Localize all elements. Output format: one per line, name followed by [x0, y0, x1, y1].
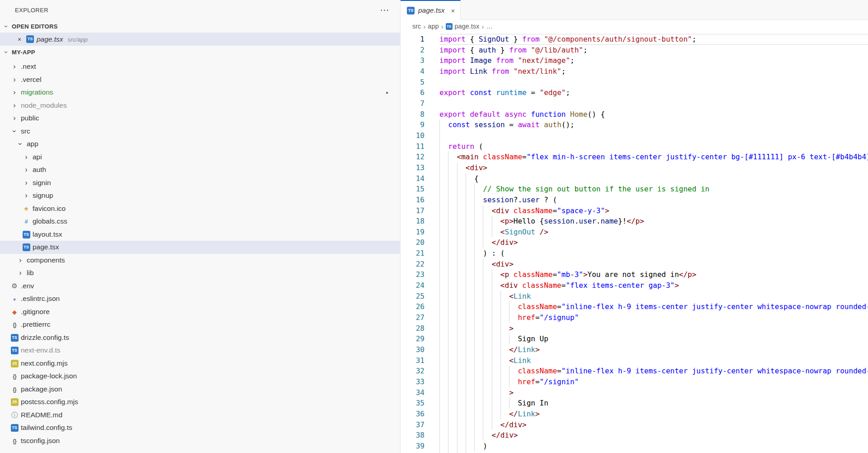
code-line[interactable]: ) : (: [439, 248, 868, 259]
tree-file-drizzle.config.ts[interactable]: TSdrizzle.config.ts: [0, 331, 400, 344]
line-number[interactable]: 32: [401, 366, 425, 377]
tree-folder-api[interactable]: ›api: [0, 151, 400, 164]
code-line[interactable]: <div className="space-y-3">: [439, 205, 868, 216]
line-number[interactable]: 7: [401, 98, 425, 109]
more-actions-icon[interactable]: ⋯: [380, 5, 389, 14]
tree-folder-signin[interactable]: ›signin: [0, 176, 400, 190]
code-line[interactable]: export const runtime = "edge";: [439, 87, 868, 98]
tree-file-layout.tsx[interactable]: TSlayout.tsx: [0, 228, 400, 241]
code-line[interactable]: </div>: [439, 420, 868, 430]
tree-file-.prettierrc[interactable]: {}.prettierrc: [0, 318, 400, 331]
code-line[interactable]: session?.user ? (: [439, 195, 868, 205]
code-line[interactable]: </div>: [439, 237, 868, 248]
tree-file-globals.css[interactable]: #globals.css: [0, 215, 400, 228]
tab-close-icon[interactable]: ×: [451, 7, 455, 14]
line-number[interactable]: 37: [401, 420, 425, 430]
breadcrumb-item-src[interactable]: src: [412, 23, 421, 30]
code-line[interactable]: <div>: [439, 162, 868, 173]
code-line[interactable]: {: [439, 173, 868, 184]
workspace-section-header[interactable]: › MY-APP: [0, 46, 400, 58]
breadcrumb-item-app[interactable]: app: [428, 23, 439, 30]
line-number[interactable]: 21: [401, 248, 425, 259]
line-number[interactable]: 25: [401, 291, 425, 302]
tree-folder-components[interactable]: ›components: [0, 254, 400, 267]
tree-folder-migrations[interactable]: ›migrations●: [0, 86, 400, 99]
code-line[interactable]: [439, 130, 868, 141]
code-line[interactable]: <Link: [439, 291, 868, 302]
code-line[interactable]: <p className="mb-3">You are not signed i…: [439, 269, 868, 280]
line-number[interactable]: 23: [401, 269, 425, 280]
tree-folder-src[interactable]: ›src: [0, 125, 400, 138]
line-number[interactable]: 2: [401, 45, 425, 56]
open-editors-section-header[interactable]: › OPEN EDITORS: [0, 20, 400, 33]
code-line[interactable]: [439, 98, 868, 109]
line-number[interactable]: 39: [401, 441, 425, 452]
line-number[interactable]: 33: [401, 377, 425, 387]
tree-folder-.vercel[interactable]: ›.vercel: [0, 73, 400, 86]
tree-folder-signup[interactable]: ›signup: [0, 189, 400, 202]
tree-folder-.next[interactable]: ›.next: [0, 60, 400, 73]
code-line[interactable]: import { auth } from "@/lib/auth";: [439, 45, 868, 56]
tree-file-tsconfig.json[interactable]: {}tsconfig.json: [0, 434, 400, 448]
line-number[interactable]: 19: [401, 227, 425, 238]
tree-file-next-env.d.ts[interactable]: TSnext-env.d.ts: [0, 344, 400, 357]
line-number[interactable]: 10: [401, 130, 425, 141]
line-number[interactable]: 9: [401, 119, 425, 130]
line-number[interactable]: 18: [401, 216, 425, 227]
code-line[interactable]: ): [439, 441, 868, 452]
code-line[interactable]: Sign In: [439, 398, 868, 409]
code-line[interactable]: className="inline-flex h-9 items-center …: [439, 301, 868, 312]
code-line[interactable]: import Image from "next/image";: [439, 55, 868, 66]
code-line[interactable]: <div className="flex items-center gap-3"…: [439, 280, 868, 291]
code-line[interactable]: </Link>: [439, 344, 868, 355]
code-line[interactable]: // Show the sign out button if the user …: [439, 184, 868, 195]
line-number[interactable]: 11: [401, 141, 425, 152]
line-number[interactable]: 17: [401, 205, 425, 216]
code-line[interactable]: href="/signin": [439, 377, 868, 387]
line-number[interactable]: 31: [401, 355, 425, 366]
tree-file-page.tsx[interactable]: TSpage.tsx: [0, 241, 400, 254]
line-number[interactable]: 40: [401, 452, 425, 453]
code-line[interactable]: href="/signup": [439, 312, 868, 323]
line-number[interactable]: 14: [401, 173, 425, 184]
line-number[interactable]: 36: [401, 409, 425, 420]
tree-folder-app[interactable]: ›app: [0, 138, 400, 151]
code-line[interactable]: Sign Up: [439, 334, 868, 344]
code-line[interactable]: </Link>: [439, 409, 868, 420]
tree-file-package.json[interactable]: {}package.json: [0, 383, 400, 396]
code-line[interactable]: <div>: [439, 259, 868, 270]
code-line[interactable]: </div>: [439, 430, 868, 441]
line-number[interactable]: 30: [401, 344, 425, 355]
code-line[interactable]: }: [439, 452, 868, 453]
tree-file-README.md[interactable]: ⓘREADME.md: [0, 409, 400, 422]
code-line[interactable]: className="inline-flex h-9 items-center …: [439, 366, 868, 377]
breadcrumb-item-page.tsx[interactable]: TSpage.tsx: [446, 23, 480, 30]
tree-file-package-lock.json[interactable]: {}package-lock.json: [0, 370, 400, 383]
tree-file-.gitignore[interactable]: ◆.gitignore: [0, 305, 400, 319]
code-line[interactable]: <main className="flex min-h-screen items…: [439, 152, 868, 162]
code-content[interactable]: import { SignOut } from "@/components/au…: [439, 34, 868, 453]
breadcrumb-item-…[interactable]: …: [486, 23, 493, 30]
line-number[interactable]: 15: [401, 184, 425, 195]
line-number[interactable]: 13: [401, 162, 425, 173]
tree-folder-auth[interactable]: ›auth: [0, 163, 400, 176]
line-number[interactable]: 12: [401, 152, 425, 162]
tree-file-next.config.mjs[interactable]: JSnext.config.mjs: [0, 357, 400, 370]
tree-file-.eslintrc.json[interactable]: ●.eslintrc.json: [0, 292, 400, 305]
tree-file-.env[interactable]: ⚙.env: [0, 280, 400, 293]
tree-file-tailwind.config.ts[interactable]: TStailwind.config.ts: [0, 421, 400, 434]
line-number[interactable]: 28: [401, 323, 425, 334]
line-number[interactable]: 35: [401, 398, 425, 409]
line-number[interactable]: 27: [401, 312, 425, 323]
code-line[interactable]: >: [439, 323, 868, 334]
line-number[interactable]: 4: [401, 66, 425, 77]
code-line[interactable]: return (: [439, 141, 868, 152]
code-line[interactable]: import { SignOut } from "@/components/au…: [439, 34, 868, 45]
line-number[interactable]: 29: [401, 334, 425, 344]
tree-folder-node_modules[interactable]: ›node_modules: [0, 99, 400, 112]
tree-folder-public[interactable]: ›public: [0, 112, 400, 125]
line-number[interactable]: 1: [401, 34, 425, 45]
line-number[interactable]: 34: [401, 387, 425, 398]
tab-page-tsx[interactable]: TS page.tsx ×: [401, 0, 461, 20]
close-editor-icon[interactable]: ×: [15, 36, 24, 43]
